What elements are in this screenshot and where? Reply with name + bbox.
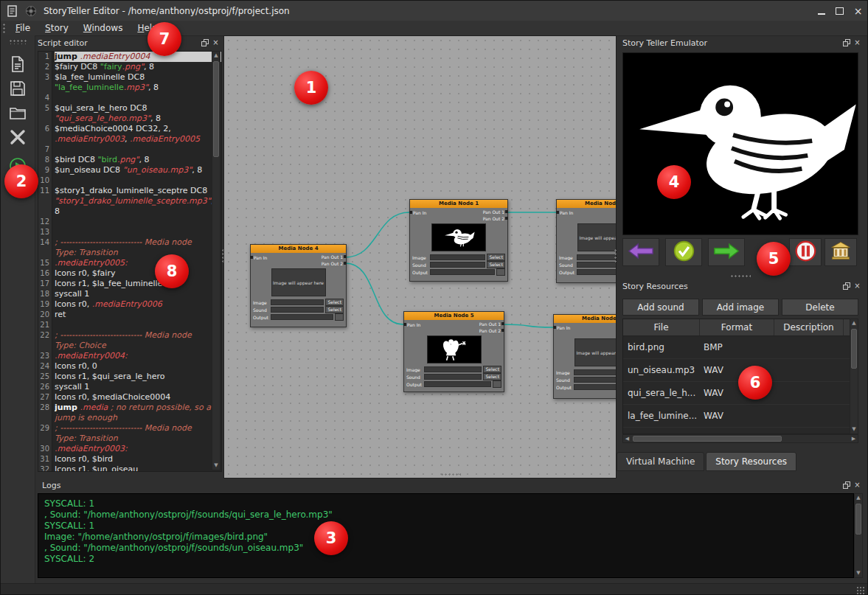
close-icon[interactable]: ×: [211, 38, 221, 47]
menu-story[interactable]: Story: [38, 22, 76, 34]
code-line: "story1_drako_luminelle_sceptre.mp3",: [55, 196, 221, 206]
sound-label: Sound: [556, 377, 572, 383]
node-title[interactable]: Media Node 1: [410, 200, 507, 208]
menubar-grip[interactable]: [2, 23, 7, 33]
script-editor[interactable]: 1234567891011121314151617181920212223242…: [38, 51, 222, 472]
select-sound-button[interactable]: Select: [487, 261, 505, 268]
new-script-button[interactable]: [6, 53, 29, 75]
bird-image: [623, 53, 858, 234]
code-line: [55, 145, 221, 155]
resource-row[interactable]: fairy.pngBMP: [623, 428, 858, 434]
port-in-label: Pan In: [557, 325, 570, 330]
node-title[interactable]: Media Node 4: [251, 245, 346, 253]
port-in-socket[interactable]: [553, 326, 556, 329]
sound-label: Sound: [412, 262, 428, 268]
node-title[interactable]: Media Node 3: [554, 315, 617, 323]
close-icon[interactable]: ×: [853, 481, 862, 490]
tab-virtual-machine[interactable]: Virtual Machine: [617, 452, 704, 471]
select-sound-button[interactable]: Select: [483, 373, 501, 380]
code-area[interactable]: jump .mediaEntry0004$fairy DC8 "fairy.pn…: [52, 52, 221, 471]
line-number: 8: [38, 155, 52, 165]
float-icon[interactable]: [841, 38, 851, 47]
port-out2-socket[interactable]: [505, 217, 508, 220]
node-title[interactable]: Media Node 5: [404, 312, 504, 320]
code-line: $qui_sera_le_hero DC8: [55, 103, 221, 114]
maximize-button[interactable]: [830, 1, 849, 21]
delete-button[interactable]: Delete: [782, 299, 858, 316]
port-out2-socket[interactable]: [344, 262, 347, 265]
sound-value: [430, 262, 485, 268]
code-line: ; ---------------------------- Media nod…: [55, 237, 221, 248]
float-icon[interactable]: [200, 38, 209, 47]
splitter-bottom[interactable]: [440, 473, 461, 476]
media-node[interactable]: Media Node 3Pan InPan Out 1Pan Out 2Imag…: [553, 314, 617, 399]
column-header-format[interactable]: Format: [700, 319, 774, 335]
menu-windows[interactable]: Windows: [76, 22, 131, 34]
home-button[interactable]: [824, 238, 857, 266]
float-icon[interactable]: [841, 282, 851, 290]
close-icon[interactable]: ×: [853, 282, 862, 290]
output-spinner[interactable]: [496, 268, 505, 276]
output-spinner[interactable]: [493, 380, 501, 388]
close-icon[interactable]: ×: [853, 38, 862, 47]
port-in-socket[interactable]: [250, 256, 253, 259]
annotation-badge-5: 5: [757, 242, 791, 276]
port-in-label: Pan In: [560, 210, 573, 215]
select-image-button[interactable]: Select: [487, 254, 505, 261]
column-header-file[interactable]: File: [623, 319, 700, 335]
menu-file[interactable]: File: [8, 22, 38, 34]
tab-story-resources[interactable]: Story Resources: [706, 452, 796, 471]
port-out2-socket[interactable]: [501, 329, 504, 332]
select-image-button[interactable]: Select: [483, 366, 501, 373]
resize-grip[interactable]: [856, 586, 865, 595]
add-image-button[interactable]: Add image: [702, 299, 779, 316]
table-vscrollbar[interactable]: ▲ ▼: [850, 319, 858, 434]
select-sound-button[interactable]: Select: [325, 306, 344, 313]
save-button[interactable]: [6, 77, 29, 100]
cell: fairy.png: [623, 428, 699, 434]
media-node[interactable]: Media Node 2Pan InPan Out 1Pan Out 2Imag…: [556, 199, 617, 283]
back-button[interactable]: [622, 238, 659, 266]
port-in-socket[interactable]: [556, 211, 559, 214]
editor-scrollbar[interactable]: ▲ ▼: [212, 51, 221, 470]
port-out1-socket[interactable]: [344, 255, 347, 258]
pause-button[interactable]: [789, 238, 822, 266]
select-image-button[interactable]: Select: [325, 299, 344, 306]
code-line: syscall 1: [55, 382, 221, 392]
node-canvas[interactable]: Media Node 4Pan InPan Out 1Pan Out 2Imag…: [223, 35, 617, 479]
open-folder-button[interactable]: [6, 102, 29, 124]
resource-row[interactable]: bird.pngBMP: [623, 336, 858, 359]
logs-scrollbar[interactable]: ▲ ▼: [854, 493, 863, 578]
node-title[interactable]: Media Node 2: [557, 200, 617, 208]
title-bar[interactable]: StoryTeller Editor - /home/anthony/ostpr…: [1, 1, 867, 21]
media-node[interactable]: Media Node 5Pan InPan Out 1Pan Out 2Imag…: [403, 311, 504, 392]
table-hscrollbar[interactable]: ◀ ▶: [622, 434, 858, 443]
column-header-description[interactable]: Description: [774, 319, 844, 335]
ok-button[interactable]: [665, 238, 702, 266]
code-line: $story1_drako_luminelle_sceptre DC8: [55, 186, 221, 196]
port-in-label: Pan In: [254, 255, 267, 260]
float-icon[interactable]: [841, 481, 851, 490]
log-line: Image: "/home/anthony/ostproj/f/images/b…: [44, 532, 847, 543]
add-sound-button[interactable]: Add sound: [622, 299, 699, 316]
media-node[interactable]: Media Node 1Pan InPan Out 1Pan Out 2Imag…: [409, 199, 508, 282]
minimize-button[interactable]: [812, 1, 830, 21]
splitter-emulator[interactable]: [730, 274, 751, 278]
dock-title-label: Story Teller Emulator: [622, 38, 707, 48]
port-out1-socket[interactable]: [505, 210, 508, 213]
close-button[interactable]: ×: [849, 1, 867, 21]
annotation-badge-7: 7: [147, 22, 181, 56]
next-button[interactable]: [708, 238, 745, 266]
logs-console[interactable]: SYSCALL: 1, Sound: "/home/anthony/ostpro…: [38, 493, 854, 578]
media-node[interactable]: Media Node 4Pan InPan Out 1Pan Out 2Imag…: [250, 244, 347, 327]
splitter-right[interactable]: [614, 248, 617, 263]
close-project-button[interactable]: [6, 126, 29, 148]
output-spinner[interactable]: [335, 313, 344, 321]
cell: [773, 382, 841, 404]
port-out1-socket[interactable]: [501, 322, 504, 325]
emulator-dock-title: Story Teller Emulator ×: [622, 36, 862, 49]
port-in-socket[interactable]: [403, 323, 406, 326]
toolbar-grip[interactable]: [9, 39, 27, 44]
port-in-socket[interactable]: [409, 211, 412, 214]
resource-row[interactable]: la_fee_lumine...WAV: [623, 405, 858, 428]
